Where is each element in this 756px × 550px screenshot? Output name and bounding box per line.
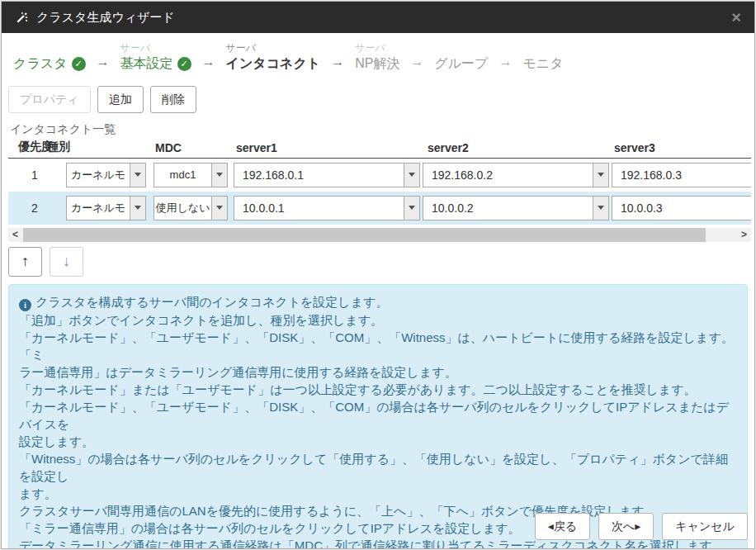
arrow-up-icon: ↑ <box>21 253 29 270</box>
close-icon[interactable]: × <box>731 9 741 26</box>
step-top-label: サーバ <box>355 40 399 55</box>
chevron-down-icon <box>404 197 419 220</box>
server2-combobox[interactable]: 192.168.0.2 <box>423 163 609 187</box>
server3-combobox[interactable]: 10.0.0.3 <box>612 196 751 220</box>
scroll-right-icon[interactable]: > <box>737 228 751 242</box>
step-top-label <box>434 40 488 55</box>
add-button[interactable]: 追加 <box>97 86 144 113</box>
chevron-down-icon <box>404 164 419 187</box>
step-label: インタコネクト <box>226 55 321 72</box>
info-line: iクラスタを構成するサーバ間のインタコネクトを設定します。 <box>19 293 737 311</box>
info-line: ます。 <box>19 485 737 502</box>
title-bar: クラスタ生成ウィザード × <box>2 2 754 33</box>
wand-icon <box>15 11 29 25</box>
remove-button[interactable]: 削除 <box>150 86 196 113</box>
step-label: 基本設定 <box>120 55 173 72</box>
step-top-label <box>522 40 563 55</box>
property-button[interactable]: プロパティ <box>8 86 91 113</box>
check-icon: ✓ <box>72 57 86 71</box>
horizontal-scrollbar[interactable]: < > <box>8 228 751 242</box>
table-row[interactable]: 2 カーネルモ 使用しない 10.0.0.1 10.0.0.2 10.0.0.3 <box>8 192 751 225</box>
scroll-left-icon[interactable]: < <box>8 228 22 242</box>
priority-value: 1 <box>8 168 61 182</box>
move-buttons: ↑ ↓ <box>8 247 754 277</box>
server1-combobox[interactable]: 10.0.0.1 <box>234 196 420 220</box>
info-icon: i <box>19 299 31 311</box>
step-group: グループ <box>434 40 488 72</box>
check-icon: ✓ <box>177 57 191 71</box>
table-header: 優先度 種別 MDC server1 server2 server3 <box>8 140 751 159</box>
step-label: NP解決 <box>355 55 399 72</box>
step-cluster: クラスタ ✓ <box>13 40 86 72</box>
step-label: グループ <box>434 55 488 72</box>
table-row[interactable]: 1 カーネルモ mdc1 192.168.0.1 192.168.0.2 192… <box>8 159 751 192</box>
info-line: 「カーネルモード」、「ユーザモード」、「DISK」、「COM」、「Witness… <box>19 329 737 363</box>
step-np-resolution: サーバ NP解決 <box>355 40 399 72</box>
step-label: モニタ <box>522 55 563 72</box>
chevron-down-icon <box>130 164 145 187</box>
mdc-select[interactable]: 使用しない <box>154 196 228 220</box>
server2-combobox[interactable]: 10.0.0.2 <box>423 196 609 220</box>
info-line: ラー通信専用」はデータミラーリング通信専用に使用する経路を設定します。 <box>19 363 737 381</box>
arrow-right-icon: → <box>331 54 344 71</box>
list-caption: インタコネクト一覧 <box>2 120 754 140</box>
chevron-down-icon <box>593 164 608 187</box>
arrow-down-icon: ↓ <box>63 253 70 270</box>
info-line: 「カーネルモード」または「ユーザモード」は一つ以上設定する必要があります。二つ以… <box>19 381 737 398</box>
back-button[interactable]: ◂戻る <box>535 513 590 540</box>
step-top-label <box>13 40 86 55</box>
info-line: 「カーネルモード」、「ユーザモード」、「DISK」、「COM」の場合は各サーバ列… <box>19 398 737 433</box>
cancel-button[interactable]: キャンセル <box>662 513 748 540</box>
step-top-label: サーバ <box>226 40 321 55</box>
interconnect-table: 優先度 種別 MDC server1 server2 server3 1 カーネ… <box>8 140 751 225</box>
column-header-server1: server1 <box>236 141 277 154</box>
server3-combobox[interactable]: 192.168.0.3 <box>612 163 751 187</box>
chevron-down-icon <box>211 197 227 220</box>
scrollbar-thumb[interactable] <box>23 228 706 242</box>
arrow-right-icon: → <box>202 54 215 71</box>
arrow-right-icon: → <box>97 54 110 71</box>
arrow-right-icon: → <box>410 54 423 71</box>
next-button[interactable]: 次へ▸ <box>598 513 654 540</box>
chevron-down-icon <box>130 197 145 220</box>
move-down-button[interactable]: ↓ <box>50 247 83 277</box>
step-interconnect: サーバ インタコネクト <box>226 40 321 72</box>
move-up-button[interactable]: ↑ <box>8 247 42 277</box>
step-basic-settings: サーバ 基本設定 ✓ <box>120 40 191 72</box>
wizard-steps: クラスタ ✓ → サーバ 基本設定 ✓ → サーバ インタコネクト → サーバ … <box>2 33 754 81</box>
column-header-server2: server2 <box>428 141 469 154</box>
info-line: 「Witness」の場合は各サーバ列のセルをクリックして「使用する」、「使用しな… <box>19 450 737 485</box>
footer-buttons: ◂戻る 次へ▸ キャンセル <box>535 513 748 540</box>
step-top-label: サーバ <box>120 40 191 55</box>
step-label: クラスタ <box>13 55 68 72</box>
column-header-mdc: MDC <box>155 141 182 154</box>
server1-combobox[interactable]: 192.168.0.1 <box>234 163 420 187</box>
info-line: 設定します。 <box>19 433 737 450</box>
info-line: 「追加」ボタンでインタコネクトを追加し、種別を選択します。 <box>19 311 737 329</box>
chevron-down-icon <box>593 197 608 220</box>
chevron-down-icon <box>211 164 227 187</box>
dialog-title: クラスタ生成ウィザード <box>36 10 175 26</box>
arrow-right-icon: → <box>498 54 512 71</box>
priority-value: 2 <box>8 202 61 215</box>
mdc-select[interactable]: mdc1 <box>154 163 228 187</box>
step-monitor: モニタ <box>522 40 563 72</box>
column-header-type: 種別 <box>47 140 70 154</box>
toolbar: プロパティ 追加 削除 <box>2 81 754 120</box>
column-header-server3: server3 <box>614 141 655 154</box>
type-select[interactable]: カーネルモ <box>66 196 146 220</box>
cluster-wizard-dialog: クラスタ生成ウィザード × クラスタ ✓ → サーバ 基本設定 ✓ → サーバ … <box>1 1 755 549</box>
info-box: iクラスタを構成するサーバ間のインタコネクトを設定します。 「追加」ボタンでイン… <box>8 284 748 549</box>
type-select[interactable]: カーネルモ <box>66 163 146 187</box>
